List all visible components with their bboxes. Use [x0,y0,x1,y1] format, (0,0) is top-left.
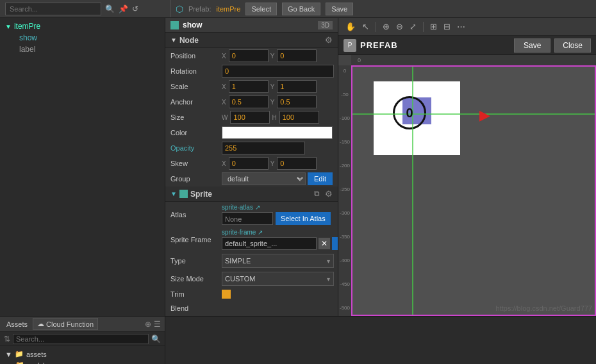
search-icon[interactable]: 🔍 [105,4,115,13]
size-w-input[interactable] [230,111,270,124]
position-label: Position [170,52,222,60]
ruler-left: 0 -50 -100 -150 -200 -250 -300 -350 -400… [338,65,351,316]
show-checkbox-row: show [170,21,203,29]
sort-icon[interactable]: ⇅ [4,335,10,343]
tree-item-label[interactable]: label [0,44,165,55]
opacity-input[interactable] [222,142,305,154]
search-input[interactable] [5,3,101,15]
save-button[interactable]: Save [326,3,353,15]
zoom-in-icon[interactable]: ⊕ [381,21,392,33]
scale-x-label: X [222,83,226,90]
pin-icon[interactable]: 📌 [119,4,128,13]
more-icon[interactable]: ⋯ [455,21,467,33]
y-label: Y [270,53,275,60]
cloud-function-tab[interactable]: ☁ Cloud Function [33,318,98,330]
type-label: Type [170,257,222,265]
prefab-folder-icon: 📁 [15,361,24,364]
prefab-indicator: P PREFAB Save Close [338,36,596,55]
list-icon[interactable]: ☰ [154,320,161,329]
anchor-x-input[interactable] [229,95,269,108]
scale-label: Scale [170,83,222,90]
hand-tool-icon[interactable]: ✋ [344,21,358,33]
trim-row: Trim [165,288,338,301]
group-row: Group default Edit [165,171,338,186]
show-checkbox[interactable] [170,21,179,29]
canvas-close-button[interactable]: Close [554,38,591,53]
select-button[interactable]: Select [245,3,277,15]
inspector-panel: show 3D ▼ Node ⚙ Position X Y Rotation [165,18,338,316]
sprite-header[interactable]: ▼ Sprite ⧉ ⚙ [165,186,338,202]
sprite-frame-sublabel: sprite-frame ↗ [222,229,338,236]
scale-x-input[interactable] [229,80,269,93]
select-atlas-button[interactable]: Select In Atlas [276,212,331,225]
sprite-frame-controls: ✕ Edit [222,237,338,250]
size-mode-select[interactable]: CUSTOM [222,272,334,286]
tree-label-label: label [19,45,35,54]
canvas-viewport[interactable]: 0 0 -50 -100 -150 -200 -250 -300 -350 -4… [338,55,596,316]
size-h-input[interactable] [279,111,319,124]
type-select[interactable]: SIMPLE [222,254,334,268]
sprite-frame-clear-button[interactable]: ✕ [319,238,330,249]
trim-checkbox[interactable] [222,290,231,299]
snap-icon[interactable]: ⊟ [442,21,452,33]
canvas-save-button[interactable]: Save [514,38,550,53]
skew-inputs: X Y [222,157,333,170]
assets-header: Assets ☁ Cloud Function ⊕ ☰ [0,317,165,332]
skew-x-input[interactable] [229,157,269,170]
sprite-frame-input[interactable] [222,237,317,250]
ruler-450: -450 [340,281,350,287]
cloud-label: Cloud Function [46,320,94,328]
rotation-input[interactable] [222,65,334,78]
ruler-350: -350 [340,234,350,240]
prefab-icon: ⬡ [176,4,183,14]
object-label: 0 [406,106,413,120]
opacity-row: Opacity [165,140,338,156]
group-select[interactable]: default [222,172,306,185]
asset-label-assets: assets [26,351,47,358]
asset-item-assets[interactable]: ▼ 📁 assets [0,349,165,360]
assets-search-icon[interactable]: 🔍 [151,335,161,343]
asset-item-prefab[interactable]: 📁 prefab [0,360,165,364]
assets-tab[interactable]: Assets [4,319,30,329]
assets-search-input[interactable] [13,334,149,344]
watermark: https://blog.csdn.net/Guard777 [496,304,592,312]
ruler-300: -300 [340,210,350,216]
skew-y-input[interactable] [277,157,317,170]
sprite-frame-controls-area: sprite-frame ↗ ✕ Edit [222,229,338,250]
scale-y-input[interactable] [277,80,317,93]
sprite-checkbox[interactable] [179,190,188,198]
color-swatch[interactable] [222,126,333,139]
rotation-row: Rotation [165,63,338,79]
cursor-tool-icon[interactable]: ↖ [360,21,371,33]
fit-icon[interactable]: ⤢ [408,21,418,33]
tree-item-show[interactable]: show [0,32,165,44]
color-label: Color [170,129,222,136]
sprite-gear-icon[interactable]: ⚙ [325,189,333,199]
sprite-title: Sprite [190,190,212,199]
bottom-area: Assets ☁ Cloud Function ⊕ ☰ ⇅ 🔍 ▼ 📁 asse… [0,316,596,364]
top-bar: 🔍 📌 ↺ ⬡ Prefab: itemPre Select Go Back S… [0,0,596,18]
goback-button[interactable]: Go Back [282,3,320,15]
position-x-input[interactable] [229,49,269,62]
sprite-frame-sublabel-text: sprite-frame [222,229,256,236]
prefab-title: PREFAB [360,40,398,50]
anchor-y-input[interactable] [277,95,317,108]
node-section-header[interactable]: ▼ Node ⚙ [165,33,338,48]
refresh-icon[interactable]: ↺ [132,4,138,13]
atlas-none-text: None [222,212,273,225]
add-icon[interactable]: ⊕ [145,320,151,329]
size-w-label: W [222,114,228,121]
sprite-frame-edit-button[interactable]: Edit [332,237,338,250]
group-edit-button[interactable]: Edit [308,172,333,185]
grid-icon[interactable]: ⊞ [428,21,439,33]
zoom-out-icon[interactable]: ⊖ [394,21,405,33]
tree-root-label: itemPre [14,22,40,31]
skew-row: Skew X Y [165,156,338,171]
scale-y-label: Y [270,83,275,90]
node-gear-icon[interactable]: ⚙ [325,35,333,45]
hierarchy: ▼ itemPre show label [0,18,165,316]
tree-item-root[interactable]: ▼ itemPre [0,21,165,32]
sprite-copy-icon[interactable]: ⧉ [314,189,320,199]
position-y-input[interactable] [277,49,317,62]
color-row: Color [165,125,338,140]
